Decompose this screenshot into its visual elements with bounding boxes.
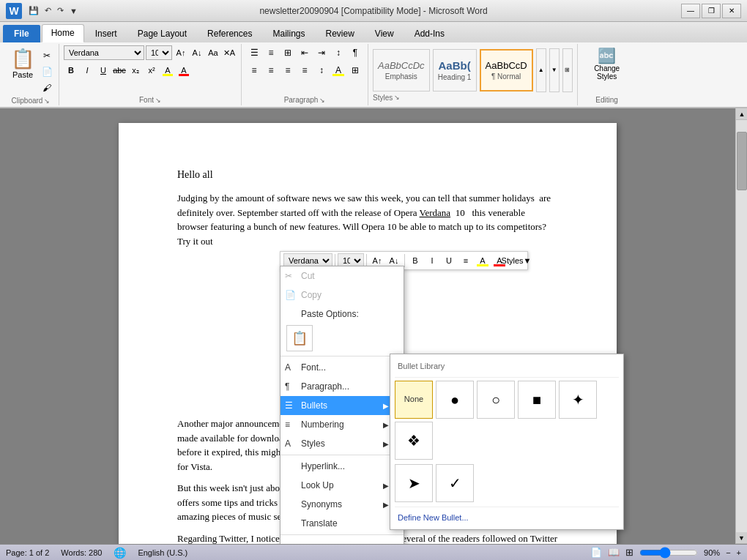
justify-button[interactable]: ≡ [297,63,313,78]
font-color-button[interactable]: A [176,63,191,78]
bold-button[interactable]: B [64,63,78,78]
view-normal-icon[interactable]: 📄 [590,547,602,558]
cm-styles[interactable]: A Styles ▶ [280,434,404,453]
styles-scroll-up[interactable]: ▲ [536,48,546,92]
cm-paragraph[interactable]: ¶ Paragraph... [280,377,404,396]
text-highlight-button[interactable]: A [160,63,175,78]
quick-access-dropdown[interactable]: ▼ [67,5,80,17]
zoom-out-icon[interactable]: − [726,548,730,557]
numbering-button[interactable]: ≡ [263,45,279,60]
bullet-filled-circle[interactable]: ● [436,381,474,419]
undo-button[interactable]: ↶ [42,4,53,17]
font-grow-button[interactable]: A↑ [174,45,188,60]
mt-styles-button[interactable]: Styles▼ [508,253,524,268]
style-heading1[interactable]: AaBb( Heading 1 [433,49,477,92]
scroll-down-arrow[interactable]: ▼ [736,532,747,544]
shading-button[interactable]: A [330,63,346,78]
mt-fontcolor-button[interactable]: A [491,253,508,268]
align-right-button[interactable]: ≡ [280,63,296,78]
view-reading-icon[interactable]: 📖 [608,547,620,558]
line-spacing-button[interactable]: ↕ [313,63,330,78]
cm-font[interactable]: A Font... [280,358,404,377]
format-painter-button[interactable]: 🖌 [40,81,54,95]
font-name-select[interactable]: Verdana [64,45,144,60]
tab-page-layout[interactable]: Page Layout [128,25,196,42]
tab-view[interactable]: View [365,25,404,42]
bullet-empty-circle[interactable]: ○ [477,381,515,419]
cut-button[interactable]: ✂ [40,48,54,63]
mt-highlight-button[interactable]: A [475,253,491,268]
define-new-bullet-link[interactable]: Define New Bullet... [395,510,619,526]
document-scroll[interactable]: Hello all Judging by the amount of softw… [0,108,735,544]
zoom-slider[interactable] [639,549,698,556]
style-emphasis[interactable]: AaBbCcDc Emphasis [373,49,430,92]
scroll-thumb[interactable] [737,132,747,190]
mt-center-button[interactable]: ≡ [458,253,474,268]
styles-scroll-down[interactable]: ▼ [549,48,560,92]
font-expand[interactable]: ↘ [155,97,161,104]
superscript-button[interactable]: x² [144,63,159,78]
tab-insert[interactable]: Insert [86,25,127,42]
bullet-none[interactable]: None [395,381,433,419]
scroll-up-arrow[interactable]: ▲ [736,108,747,120]
cm-numbering[interactable]: ≡ Numbering ▶ [280,415,404,434]
sort-button[interactable]: ↕ [330,45,346,60]
strikethrough-button[interactable]: abc [112,63,127,78]
cm-synonyms[interactable]: Synonyms ▶ [280,495,404,514]
increase-indent-button[interactable]: ⇥ [313,45,330,60]
clear-formatting-button[interactable]: ✕A [222,45,237,60]
clipboard-expand[interactable]: ↘ [44,97,50,105]
mt-underline-button[interactable]: U [441,253,457,268]
cm-bullets[interactable]: ☰ Bullets ▶ [280,396,404,415]
underline-button[interactable]: U [96,63,111,78]
tab-review[interactable]: Review [316,25,363,42]
font-size-select[interactable]: 10 [146,45,172,60]
cm-paste-keep-source[interactable]: 📋 [286,325,313,351]
tab-home[interactable]: Home [42,24,84,42]
save-button[interactable]: 💾 [26,4,41,17]
scrollbar-vertical[interactable]: ▲ ▼ [735,108,747,544]
cm-lookup[interactable]: Look Up ▶ [280,476,404,495]
cm-translate[interactable]: Translate [280,514,404,533]
paragraph-expand[interactable]: ↘ [319,97,325,104]
cm-copy[interactable]: 📄 Copy [280,285,404,305]
redo-button[interactable]: ↷ [55,4,66,17]
change-case-button[interactable]: Aa [206,45,220,60]
bullet-filled-square[interactable]: ■ [518,381,556,419]
mt-bold-button[interactable]: B [407,253,423,268]
subscript-button[interactable]: x₂ [128,63,143,78]
bullet-checkmark[interactable]: ✓ [436,464,474,502]
view-layout-icon[interactable]: ⊞ [625,547,633,558]
styles-expand[interactable]: ↘ [394,94,400,101]
paste-button[interactable]: 📋 Paste [7,45,38,81]
minimize-button[interactable]: — [681,4,700,18]
zoom-in-icon[interactable]: + [737,548,741,557]
italic-button[interactable]: I [80,63,94,78]
decrease-indent-button[interactable]: ⇤ [297,45,313,60]
cm-change-list-level[interactable]: ≡ Change List Level ▶ [280,537,404,544]
document-page[interactable]: Hello all Judging by the amount of softw… [119,123,617,544]
tab-mailings[interactable]: Mailings [263,25,314,42]
align-center-button[interactable]: ≡ [263,63,279,78]
tab-add-ins[interactable]: Add-Ins [405,25,454,42]
change-styles-button[interactable]: 🔤 ChangeStyles [585,45,629,82]
style-normal[interactable]: AaBbCcD ¶ Normal [480,49,533,92]
cm-hyperlink[interactable]: Hyperlink... [280,457,404,476]
close-button[interactable]: ✕ [722,4,741,18]
align-left-button[interactable]: ≡ [246,63,262,78]
borders-button[interactable]: ⊞ [347,63,363,78]
bullets-button[interactable]: ☰ [246,45,262,60]
mt-italic-button[interactable]: I [424,253,440,268]
restore-button[interactable]: ❐ [702,4,721,18]
bullet-star[interactable]: ✦ [559,381,597,419]
tab-references[interactable]: References [198,25,261,42]
styles-more[interactable]: ⊞ [562,48,573,92]
tab-file[interactable]: File [3,25,40,42]
font-shrink-button[interactable]: A↓ [190,45,204,60]
bullet-diamond[interactable]: ❖ [395,422,433,460]
cm-cut[interactable]: ✂ Cut [280,266,404,285]
show-formatting-button[interactable]: ¶ [347,45,363,60]
copy-button[interactable]: 📄 [40,64,54,79]
bullet-arrow[interactable]: ➤ [395,464,433,502]
multilevel-list-button[interactable]: ⊞ [280,45,296,60]
